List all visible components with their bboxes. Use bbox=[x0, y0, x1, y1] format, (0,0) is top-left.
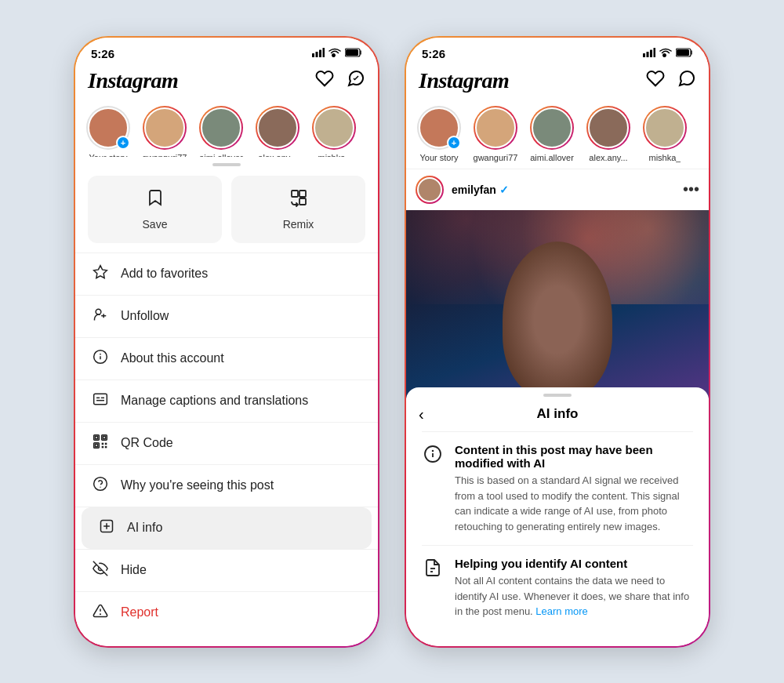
svg-rect-16 bbox=[94, 394, 107, 404]
phone-2: 5:26 Instagram bbox=[405, 36, 710, 648]
post-username: emilyfan ✓ bbox=[452, 183, 509, 196]
status-bar-2: 5:26 bbox=[406, 38, 709, 65]
story-item-alex[interactable]: alex.any... bbox=[254, 106, 301, 162]
svg-rect-42 bbox=[654, 48, 656, 57]
svg-point-34 bbox=[100, 486, 100, 487]
verified-badge: ✓ bbox=[499, 183, 509, 196]
hide-icon bbox=[91, 561, 110, 580]
svg-rect-44 bbox=[677, 49, 689, 56]
why-icon bbox=[91, 476, 110, 496]
story-item-mishka[interactable]: mishka_ bbox=[310, 106, 358, 162]
battery-icon-2 bbox=[676, 48, 693, 60]
svg-rect-6 bbox=[292, 191, 298, 197]
svg-rect-0 bbox=[312, 53, 314, 57]
story2-item-alex[interactable]: alex.any... bbox=[585, 106, 632, 162]
phones-container: 5:26 Instagram bbox=[74, 36, 710, 648]
story-item-aimi[interactable]: aimi.allover bbox=[198, 106, 245, 162]
username-text: emilyfan bbox=[452, 183, 496, 196]
story2-avatar-wrap-gwan bbox=[474, 106, 517, 150]
story2-item-aimi[interactable]: aimi.allover bbox=[528, 106, 575, 162]
menu-item-unfollow[interactable]: Unfollow bbox=[75, 296, 378, 337]
story-avatar-aimi bbox=[201, 107, 241, 148]
story2-label-gwan: gwanguri77 bbox=[474, 153, 518, 162]
menu-item-captions[interactable]: Manage captions and translations bbox=[75, 380, 378, 422]
svg-rect-7 bbox=[299, 191, 306, 197]
ai-info-desc-identify: Not all AI content contains the data we … bbox=[455, 573, 693, 619]
menu-item-report[interactable]: Report bbox=[75, 592, 378, 634]
ai-sheet-title: AI info bbox=[537, 406, 579, 422]
remix-label: Remix bbox=[283, 218, 314, 231]
svg-rect-25 bbox=[103, 437, 105, 438]
story2-avatar-gwan bbox=[475, 107, 516, 148]
ai-info-item-modified: Content in this post may have been modif… bbox=[406, 432, 709, 545]
story2-item-gwan[interactable]: gwanguri77 bbox=[472, 106, 519, 162]
menu-text-report: Report bbox=[121, 605, 158, 619]
svg-rect-30 bbox=[105, 442, 107, 445]
story2-label-aimi: aimi.allover bbox=[530, 153, 574, 162]
ai-info-item-identify: Helping you identify AI content Not all … bbox=[406, 546, 709, 630]
story-item-gwan[interactable]: gwanguri77 bbox=[141, 106, 188, 162]
menu-item-about[interactable]: About this account bbox=[75, 338, 378, 380]
menu-text-favorites: Add to favorites bbox=[121, 267, 208, 281]
messenger-icon-2[interactable] bbox=[677, 69, 696, 93]
story2-item-mishka[interactable]: mishka_ bbox=[641, 106, 688, 162]
heart-icon[interactable] bbox=[315, 69, 334, 93]
story2-item-your[interactable]: + Your story bbox=[416, 106, 463, 162]
story-avatar-wrap-alex bbox=[256, 106, 299, 150]
story2-avatar-wrap-mishka bbox=[643, 106, 687, 150]
menu-item-why[interactable]: Why you're seeing this post bbox=[75, 465, 378, 507]
svg-point-33 bbox=[94, 477, 107, 490]
save-button[interactable]: Save bbox=[88, 176, 222, 243]
story2-label-alex: alex.any... bbox=[589, 153, 627, 162]
ai-document-icon bbox=[422, 558, 444, 619]
ig-header-1: Instagram bbox=[75, 65, 378, 100]
svg-rect-32 bbox=[105, 445, 107, 448]
menu-text-hide: Hide bbox=[121, 563, 147, 577]
quick-actions: Save Remix bbox=[75, 176, 378, 252]
status-time-2: 5:26 bbox=[422, 47, 445, 60]
menu-item-hide[interactable]: Hide bbox=[75, 550, 378, 591]
signal-icon bbox=[312, 48, 325, 60]
svg-rect-1 bbox=[316, 52, 318, 57]
status-time-1: 5:26 bbox=[91, 47, 114, 60]
menu-item-favorites[interactable]: Add to favorites bbox=[75, 253, 378, 295]
menu-text-unfollow: Unfollow bbox=[121, 309, 169, 323]
remix-icon bbox=[289, 188, 308, 212]
ai-info-content-modified: Content in this post may have been modif… bbox=[455, 443, 693, 534]
bottom-sheet-menu: Save Remix Add to favorites bbox=[75, 157, 378, 646]
save-icon bbox=[146, 188, 165, 212]
ai-info-title-identify: Helping you identify AI content bbox=[455, 557, 693, 570]
post-avatar-inner bbox=[417, 177, 442, 202]
post-header: emilyfan ✓ ••• bbox=[406, 169, 709, 210]
learn-more-link[interactable]: Learn more bbox=[535, 605, 587, 617]
story-plus-icon: + bbox=[116, 136, 130, 150]
stories-bar-2: + Your story gwanguri77 aimi.allover bbox=[406, 100, 709, 169]
star-icon bbox=[91, 264, 110, 284]
svg-point-10 bbox=[96, 309, 101, 314]
messenger-icon[interactable] bbox=[347, 69, 365, 93]
menu-item-ai[interactable]: AI info bbox=[82, 507, 372, 549]
post-more-button[interactable]: ••• bbox=[683, 180, 699, 198]
story-item-your[interactable]: + Your story bbox=[85, 106, 132, 162]
remix-button[interactable]: Remix bbox=[231, 176, 365, 243]
status-bar-1: 5:26 bbox=[75, 38, 378, 65]
instagram-logo-2: Instagram bbox=[419, 68, 509, 93]
ig-header-icons-2 bbox=[646, 69, 696, 93]
story-avatar-wrap: + bbox=[86, 106, 130, 150]
ai-info-circle-icon bbox=[422, 445, 444, 534]
story2-avatar-aimi bbox=[532, 107, 572, 148]
save-label: Save bbox=[143, 218, 168, 231]
unfollow-icon bbox=[91, 307, 110, 326]
svg-rect-29 bbox=[102, 442, 104, 445]
story2-label-your: Your story bbox=[419, 153, 458, 162]
svg-marker-9 bbox=[94, 265, 107, 278]
heart-icon-2[interactable] bbox=[646, 69, 665, 93]
post-image bbox=[406, 210, 709, 398]
svg-rect-41 bbox=[650, 49, 652, 57]
menu-item-qr[interactable]: QR Code bbox=[75, 423, 378, 464]
ai-sheet-handle bbox=[543, 394, 572, 397]
sheet-handle bbox=[212, 163, 241, 166]
ai-sheet-back-button[interactable]: ‹ bbox=[419, 405, 424, 423]
svg-rect-3 bbox=[323, 48, 325, 57]
status-icons-1 bbox=[312, 48, 362, 60]
